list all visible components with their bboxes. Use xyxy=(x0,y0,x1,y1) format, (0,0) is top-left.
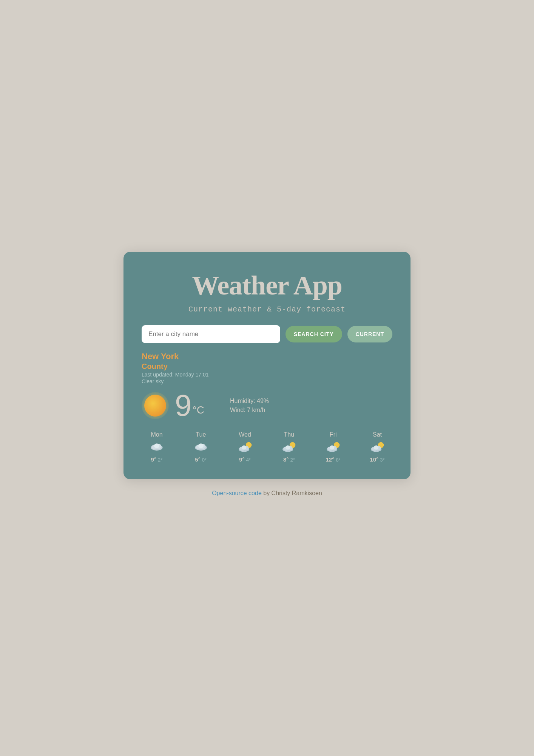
temperature-unit: °C xyxy=(193,404,204,416)
forecast-temps: 10° 3° xyxy=(370,456,384,463)
app-container: Weather App Current weather & 5-day fore… xyxy=(105,237,429,519)
sun-circle xyxy=(144,395,166,417)
temperature-display: 9°C xyxy=(175,390,204,421)
svg-point-27 xyxy=(374,445,378,449)
forecast-day: Tue 5° 0° xyxy=(186,431,216,463)
cloud-sun-icon xyxy=(326,441,341,453)
search-city-button[interactable]: SEARCH CITY xyxy=(286,326,342,342)
forecast-day: Fri 12° 8° xyxy=(318,431,348,463)
forecast-day-label: Thu xyxy=(284,431,295,438)
last-updated: Last updated: Monday 17:01 xyxy=(142,372,392,378)
forecast-temps: 9° 4° xyxy=(239,456,251,463)
cloud-icon xyxy=(149,441,164,453)
temperature-section: 9°C xyxy=(142,390,204,421)
forecast-temps: 8° 2° xyxy=(283,456,295,463)
page-wrapper: Weather App Current weather & 5-day fore… xyxy=(0,0,534,756)
footer-suffix: by Christy Ramkisoen xyxy=(262,490,322,496)
weather-details: Humidity: 49% Wind: 7 km/h xyxy=(230,398,269,414)
svg-point-3 xyxy=(154,443,159,448)
forecast-temps: 12° 8° xyxy=(326,456,341,463)
app-subtitle: Current weather & 5-day forecast xyxy=(142,305,392,314)
footer: Open-source code by Christy Ramkisoen xyxy=(212,490,322,497)
weather-main: 9°C Humidity: 49% Wind: 7 km/h xyxy=(142,390,392,421)
cloud-icon xyxy=(193,441,208,453)
forecast-day-label: Fri xyxy=(330,431,337,438)
forecast-temps: 5° 0° xyxy=(195,456,207,463)
humidity: Humidity: 49% xyxy=(230,398,269,404)
wind: Wind: 7 km/h xyxy=(230,407,269,414)
forecast-high: 12° xyxy=(326,456,335,463)
forecast-day: Thu 8° 2° xyxy=(274,431,304,463)
svg-point-22 xyxy=(330,445,334,449)
forecast-low: 3° xyxy=(380,457,384,463)
cloud-sun-icon xyxy=(281,441,296,453)
cloud-sun-icon xyxy=(370,441,385,453)
cloud-sun-icon xyxy=(238,441,253,453)
svg-point-17 xyxy=(286,445,290,449)
forecast-high: 8° xyxy=(283,456,289,463)
forecast-high: 10° xyxy=(370,456,378,463)
svg-point-12 xyxy=(241,445,246,449)
current-location-button[interactable]: CURRENT xyxy=(347,326,392,342)
city-name: New York xyxy=(142,352,392,361)
forecast-low: 2° xyxy=(158,457,162,463)
temperature-value: 9 xyxy=(175,389,192,422)
forecast-temps: 9° 2° xyxy=(151,456,163,463)
sun-icon xyxy=(142,392,169,419)
forecast-day: Sat 10° 3° xyxy=(362,431,392,463)
county-name: County xyxy=(142,362,392,371)
forecast-row: Mon 9° 2°Tue 5° 0°Wed xyxy=(142,431,392,463)
search-input[interactable] xyxy=(142,325,280,343)
search-row: SEARCH CITY CURRENT xyxy=(142,325,392,343)
forecast-high: 9° xyxy=(239,456,244,463)
forecast-high: 9° xyxy=(151,456,156,463)
source-code-link[interactable]: Open-source code xyxy=(212,490,262,496)
forecast-low: 2° xyxy=(290,457,295,463)
forecast-day-label: Sat xyxy=(373,431,382,438)
forecast-high: 5° xyxy=(195,456,200,463)
forecast-low: 8° xyxy=(336,457,340,463)
forecast-day-label: Tue xyxy=(196,431,206,438)
forecast-low: 4° xyxy=(246,457,251,463)
app-title: Weather App xyxy=(142,270,392,301)
weather-description: Clear sky xyxy=(142,378,392,384)
weather-card: Weather App Current weather & 5-day fore… xyxy=(123,252,411,479)
forecast-day: Wed 9° 4° xyxy=(230,431,260,463)
forecast-low: 0° xyxy=(202,457,207,463)
forecast-day: Mon 9° 2° xyxy=(142,431,172,463)
svg-point-7 xyxy=(198,443,204,448)
forecast-day-label: Wed xyxy=(239,431,251,438)
forecast-day-label: Mon xyxy=(151,431,162,438)
